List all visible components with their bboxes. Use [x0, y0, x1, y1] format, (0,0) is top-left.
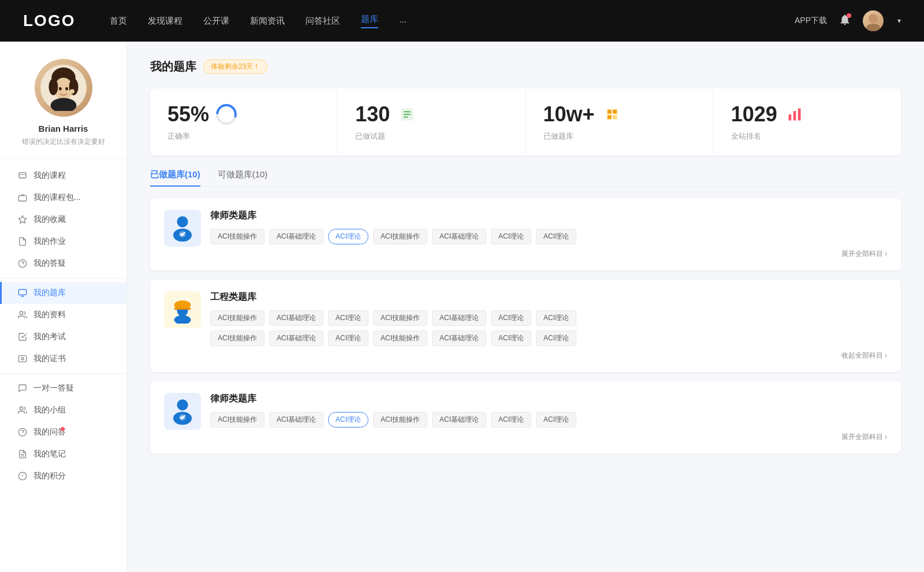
tag-2-1[interactable]: ACI基础理论	[269, 412, 323, 428]
sidebar-label-one-one: 一对一答疑	[33, 383, 74, 393]
notification-bell[interactable]	[839, 13, 851, 28]
sidebar-item-my-question[interactable]: 我的问答	[0, 421, 126, 443]
bank-card-0-body: 律师类题库 ACI技能操作 ACI基础理论 ACI理论 ACI技能操作 ACI基…	[210, 210, 887, 259]
stat-rank: 1029 全站排名	[714, 88, 901, 155]
app-download-button[interactable]: APP下载	[795, 16, 827, 26]
tag-2-6[interactable]: ACI理论	[536, 412, 576, 428]
svg-rect-21	[18, 356, 26, 362]
chart-icon	[784, 104, 805, 125]
tag-1-r2-1[interactable]: ACI基础理论	[269, 330, 323, 346]
tag-1-4[interactable]: ACI基础理论	[432, 310, 486, 326]
sidebar-item-my-profile[interactable]: 我的资料	[0, 304, 126, 326]
bank-card-2-expand[interactable]: 展开全部科目 ›	[210, 432, 887, 442]
nav-qa-community[interactable]: 问答社区	[305, 16, 340, 27]
sidebar-item-my-score[interactable]: 我的积分	[0, 465, 126, 487]
sidebar-label-my-cert: 我的证书	[33, 354, 66, 364]
nav-discover[interactable]: 发现课程	[148, 16, 182, 27]
tag-2-0[interactable]: ACI技能操作	[210, 412, 264, 428]
tag-0-4[interactable]: ACI基础理论	[432, 229, 486, 244]
sidebar-item-my-package[interactable]: 我的课程包...	[0, 187, 126, 209]
tab-available-banks[interactable]: 可做题库(10)	[218, 169, 268, 186]
tag-1-r2-3[interactable]: ACI技能操作	[373, 330, 427, 346]
svg-rect-53	[174, 308, 191, 310]
bank-card-1-header: 工程类题库 ACI技能操作 ACI基础理论 ACI理论 ACI技能操作 ACI基…	[164, 291, 887, 361]
tag-2-4[interactable]: ACI基础理论	[432, 412, 486, 428]
svg-point-45	[177, 216, 188, 227]
nav-home[interactable]: 首页	[110, 16, 127, 27]
tag-0-1[interactable]: ACI基础理论	[269, 229, 323, 244]
tag-1-r2-2[interactable]: ACI理论	[328, 330, 368, 346]
nav-menu: 首页 发现课程 公开课 新闻资讯 问答社区 题库 ···	[110, 14, 795, 28]
sidebar-item-my-qa[interactable]: 我的答疑	[0, 252, 126, 274]
stat-label-rank: 全站排名	[731, 131, 884, 142]
svg-rect-42	[788, 114, 791, 121]
bank-card-1-expand[interactable]: 收起全部科目 ›	[210, 351, 887, 361]
grid-icon	[602, 104, 623, 125]
tag-2-2[interactable]: ACI理论	[328, 412, 368, 428]
tag-0-5[interactable]: ACI理论	[491, 229, 531, 244]
tag-1-r2-6[interactable]: ACI理论	[536, 330, 576, 346]
course-icon	[17, 170, 28, 181]
avatar[interactable]	[863, 10, 884, 31]
svg-point-1	[866, 24, 880, 31]
sidebar-item-my-bank[interactable]: 我的题库	[0, 282, 126, 304]
nav-news[interactable]: 新闻资讯	[250, 16, 285, 27]
avatar-dropdown-chevron[interactable]: ▾	[897, 17, 901, 25]
stat-label-done: 已做试题	[355, 131, 508, 142]
sidebar-menu: 我的课程 我的课程包... 我的收藏 我的作业	[0, 159, 126, 493]
tab-done-banks[interactable]: 已做题库(10)	[150, 169, 200, 186]
svg-point-54	[177, 399, 188, 410]
svg-rect-13	[18, 196, 26, 201]
bank-card-0-expand[interactable]: 展开全部科目 ›	[210, 249, 887, 259]
sidebar-item-my-favorites[interactable]: 我的收藏	[0, 209, 126, 231]
svg-rect-44	[798, 109, 801, 121]
tag-1-2[interactable]: ACI理论	[328, 310, 368, 326]
tag-1-r2-0[interactable]: ACI技能操作	[210, 330, 264, 346]
bank-card-0-title: 律师类题库	[210, 210, 887, 222]
bank-card-2-tags: ACI技能操作 ACI基础理论 ACI理论 ACI技能操作 ACI基础理论 AC…	[210, 412, 887, 428]
stat-label-banks: 已做题库	[543, 131, 696, 142]
list-icon	[397, 104, 418, 125]
stat-value-rank: 1029	[731, 102, 777, 127]
svg-rect-11	[19, 173, 26, 178]
bank-card-2-title: 律师类题库	[210, 393, 887, 405]
tag-0-3[interactable]: ACI技能操作	[373, 229, 427, 244]
notification-dot	[847, 13, 851, 18]
sidebar-item-my-homework[interactable]: 我的作业	[0, 231, 126, 252]
sidebar-item-one-one[interactable]: 一对一答疑	[0, 377, 126, 399]
tag-0-0[interactable]: ACI技能操作	[210, 229, 264, 244]
sidebar-label-my-exam: 我的考试	[33, 332, 66, 342]
tag-0-6[interactable]: ACI理论	[536, 229, 576, 244]
sidebar-item-my-course[interactable]: 我的课程	[0, 165, 126, 187]
navbar: LOGO 首页 发现课程 公开课 新闻资讯 问答社区 题库 ··· APP下载 …	[0, 0, 924, 42]
bank-card-1-tags-row1: ACI技能操作 ACI基础理论 ACI理论 ACI技能操作 ACI基础理论 AC…	[210, 310, 887, 326]
divider-2	[0, 373, 126, 374]
tag-1-r2-5[interactable]: ACI理论	[491, 330, 531, 346]
tag-1-0[interactable]: ACI技能操作	[210, 310, 264, 326]
tag-1-5[interactable]: ACI理论	[491, 310, 531, 326]
tag-0-2[interactable]: ACI理论	[328, 229, 368, 244]
nav-question-bank[interactable]: 题库	[361, 14, 378, 28]
tag-2-3[interactable]: ACI技能操作	[373, 412, 427, 428]
sidebar-item-my-note[interactable]: 我的笔记	[0, 443, 126, 465]
sidebar-item-my-cert[interactable]: 我的证书	[0, 348, 126, 370]
nav-open-course[interactable]: 公开课	[203, 16, 229, 27]
tag-1-6[interactable]: ACI理论	[536, 310, 576, 326]
cert-icon	[17, 354, 28, 364]
sidebar-item-my-group[interactable]: 我的小组	[0, 399, 126, 421]
tag-2-5[interactable]: ACI理论	[491, 412, 531, 428]
score-icon	[17, 471, 28, 481]
nav-more[interactable]: ···	[399, 16, 407, 26]
bank-card-1-body: 工程类题库 ACI技能操作 ACI基础理论 ACI理论 ACI技能操作 ACI基…	[210, 291, 887, 361]
bank-card-0: 律师类题库 ACI技能操作 ACI基础理论 ACI理论 ACI技能操作 ACI基…	[150, 198, 901, 270]
stat-label-correct: 正确率	[167, 131, 320, 142]
sidebar-item-my-exam[interactable]: 我的考试	[0, 326, 126, 348]
profile-name: Brian Harris	[12, 124, 115, 133]
page-title: 我的题库	[150, 59, 196, 75]
bank-card-1-tags-row2: ACI技能操作 ACI基础理论 ACI理论 ACI技能操作 ACI基础理论 AC…	[210, 330, 887, 346]
tag-1-1[interactable]: ACI基础理论	[269, 310, 323, 326]
tag-1-3[interactable]: ACI技能操作	[373, 310, 427, 326]
stat-correct-rate: 55% 正确率	[150, 88, 338, 155]
tag-1-r2-4[interactable]: ACI基础理论	[432, 330, 486, 346]
main-content: 我的题库 体验剩余23天！ 55% 正确率	[127, 42, 924, 572]
